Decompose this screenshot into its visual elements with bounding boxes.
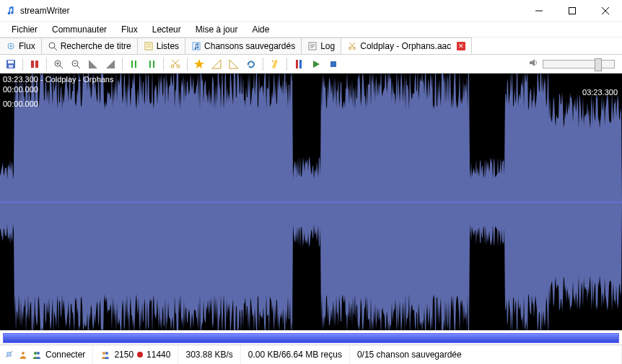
svg-rect-49 xyxy=(299,60,302,68)
select-start-button[interactable] xyxy=(85,56,101,72)
users-icon xyxy=(100,350,110,360)
tab-recherche[interactable]: Recherche de titre xyxy=(42,37,138,54)
menu-communauter[interactable]: Communauter xyxy=(45,22,114,37)
separator xyxy=(187,58,188,71)
volume-slider[interactable] xyxy=(543,60,615,68)
position-bar xyxy=(0,330,622,345)
menu-maj[interactable]: Mise à jour xyxy=(188,22,245,37)
menu-fichier[interactable]: Fichier xyxy=(4,22,45,37)
svg-line-41 xyxy=(172,60,178,66)
window-controls xyxy=(522,0,622,21)
svg-point-58 xyxy=(105,352,108,355)
svg-marker-33 xyxy=(106,60,115,68)
svg-rect-22 xyxy=(9,65,13,68)
svg-point-47 xyxy=(272,61,273,62)
fade-in-button[interactable] xyxy=(209,56,224,72)
listeners-green: 2150 xyxy=(114,350,133,360)
tabstrip: Flux Recherche de titre Listes Chansons … xyxy=(0,37,622,55)
window-title: streamWriter xyxy=(20,6,522,16)
app-icon xyxy=(6,6,16,16)
log-icon xyxy=(307,41,317,51)
tab-track[interactable]: Coldplay - Orphans.aac✕ xyxy=(341,37,472,54)
speaker-icon xyxy=(528,58,538,70)
svg-line-30 xyxy=(77,66,80,68)
svg-rect-37 xyxy=(153,61,154,68)
tab-sauvegardes[interactable]: Chansons sauvegardés xyxy=(185,37,302,54)
svg-rect-23 xyxy=(31,61,34,68)
listeners-red: 11440 xyxy=(146,350,170,360)
svg-line-26 xyxy=(60,66,63,68)
status-connect-label: Connecter xyxy=(45,350,85,360)
separator xyxy=(286,58,287,71)
svg-point-56 xyxy=(37,352,40,355)
tab-listes[interactable]: Listes xyxy=(138,37,185,54)
separator xyxy=(22,58,23,71)
editor-toolbar xyxy=(0,55,622,74)
svg-rect-21 xyxy=(8,61,14,63)
scissors-icon xyxy=(347,41,357,51)
volume-control xyxy=(528,58,619,70)
svg-point-57 xyxy=(102,352,105,355)
status-bitrate: 303.88 KB/s xyxy=(178,345,240,364)
marker-prev-button[interactable] xyxy=(126,56,142,72)
user-icon xyxy=(18,350,28,360)
tab-label: Flux xyxy=(19,41,35,51)
svg-line-40 xyxy=(173,60,179,66)
tab-label: Coldplay - Orphans.aac xyxy=(360,41,451,51)
zoom-out-button[interactable] xyxy=(68,56,84,72)
separator xyxy=(122,58,123,71)
status-listeners: 2150 11440 xyxy=(93,345,178,364)
time-start-top-label: 00:00.000 xyxy=(3,85,38,94)
status-connect[interactable]: Connecter xyxy=(0,345,93,364)
marker-button[interactable] xyxy=(291,56,307,72)
svg-point-5 xyxy=(10,45,12,48)
separator xyxy=(163,58,164,71)
svg-marker-44 xyxy=(229,60,238,68)
svg-marker-32 xyxy=(89,60,97,68)
svg-point-54 xyxy=(22,352,25,355)
select-end-button[interactable] xyxy=(102,56,118,72)
volume-thumb[interactable] xyxy=(595,58,602,71)
svg-rect-34 xyxy=(131,61,133,68)
waveform-view[interactable]: 03:23.300 - Coldplay - Orphans 00:00.000… xyxy=(0,74,622,330)
effects-button[interactable] xyxy=(191,56,207,72)
separator xyxy=(263,58,263,71)
svg-rect-53 xyxy=(7,352,11,356)
zoom-in-button[interactable] xyxy=(51,56,66,72)
stop-button[interactable] xyxy=(325,56,341,72)
svg-marker-43 xyxy=(212,60,221,68)
play-button[interactable] xyxy=(308,56,324,72)
time-end-label: 03:23.300 xyxy=(582,88,618,97)
statusbar: Connecter 2150 11440 303.88 KB/s 0.00 KB… xyxy=(0,345,622,364)
maximize-button[interactable] xyxy=(556,0,589,21)
menu-flux[interactable]: Flux xyxy=(114,22,145,37)
marker-next-button[interactable] xyxy=(144,56,159,72)
svg-rect-51 xyxy=(330,61,336,67)
status-saved: 0/15 chanson sauvegardée xyxy=(350,345,622,364)
position-track[interactable] xyxy=(3,333,619,343)
tab-flux[interactable]: Flux xyxy=(0,37,42,54)
save-button[interactable] xyxy=(3,56,19,72)
tab-label: Chansons sauvegardés xyxy=(204,41,295,51)
restore-button[interactable] xyxy=(243,56,259,72)
menu-lecteur[interactable]: Lecteur xyxy=(145,22,188,37)
tab-log[interactable]: Log xyxy=(302,37,341,54)
svg-point-55 xyxy=(34,352,37,355)
tab-close-icon[interactable]: ✕ xyxy=(457,42,465,50)
auto-cut-button[interactable] xyxy=(267,56,283,72)
svg-rect-24 xyxy=(35,61,38,68)
svg-rect-48 xyxy=(296,60,298,68)
plug-icon xyxy=(4,350,14,360)
search-icon xyxy=(48,41,58,51)
svg-marker-50 xyxy=(313,61,320,68)
menu-aide[interactable]: Aide xyxy=(245,22,276,37)
radio-icon xyxy=(6,41,16,51)
saved-value: 0/15 chanson sauvegardée xyxy=(357,350,462,360)
cut-button[interactable] xyxy=(167,56,183,72)
minimize-button[interactable] xyxy=(522,0,556,21)
undo-button[interactable] xyxy=(27,56,43,72)
users-icon xyxy=(32,350,42,360)
fade-out-button[interactable] xyxy=(226,56,242,72)
close-button[interactable] xyxy=(589,0,622,21)
tab-label: Log xyxy=(320,41,335,51)
